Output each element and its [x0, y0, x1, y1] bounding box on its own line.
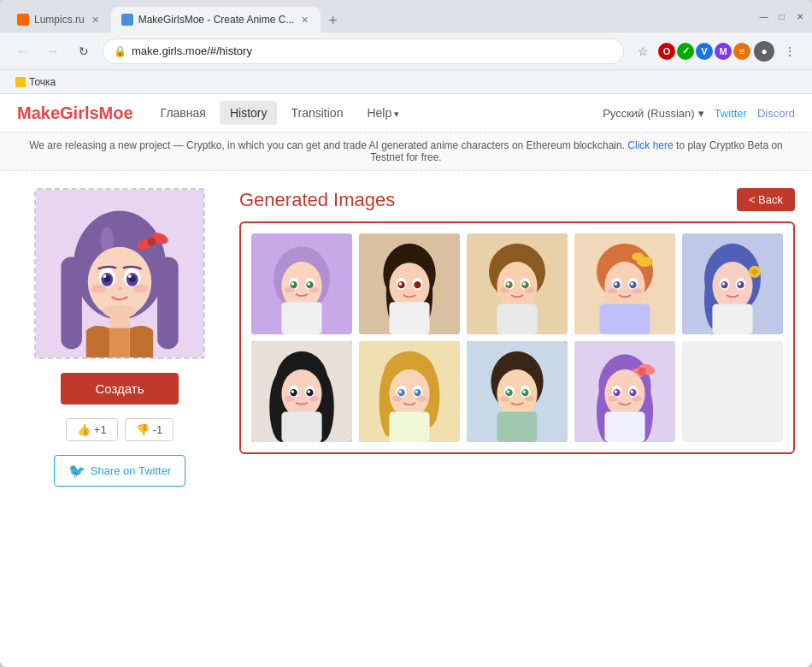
svg-point-17 — [91, 285, 107, 293]
site-nav-links: Главная History Transition Help — [150, 101, 603, 125]
ext-icon-1[interactable]: O — [658, 43, 675, 60]
tab-1-favicon — [17, 14, 29, 26]
star-button[interactable]: ☆ — [631, 39, 655, 63]
lock-icon: 🔒 — [114, 45, 127, 57]
character-6[interactable] — [251, 341, 352, 442]
svg-point-108 — [399, 390, 403, 393]
svg-rect-3 — [157, 257, 179, 349]
close-button[interactable]: ✕ — [794, 11, 805, 22]
new-tab-button[interactable]: + — [321, 9, 344, 32]
vote-down-button[interactable]: 👎 -1 — [125, 418, 174, 441]
tab-2-close[interactable]: ✕ — [299, 13, 310, 27]
bookmark-tochka[interactable]: Точка — [10, 74, 61, 90]
site-nav-right: Русский (Russian) ▾ Twitter Discord — [603, 107, 795, 120]
tab-2-favicon — [121, 14, 133, 26]
svg-point-18 — [133, 285, 149, 293]
svg-point-33 — [309, 287, 319, 293]
character-4[interactable] — [574, 233, 675, 334]
svg-point-138 — [630, 390, 633, 393]
ext-icon-4[interactable]: M — [715, 43, 732, 60]
tab-1-close[interactable]: ✕ — [90, 13, 101, 27]
tab-2[interactable]: MakeGirlsMoe - Create Anime C... ✕ — [111, 7, 321, 32]
main-area: Создать 👍 +1 👎 -1 🐦 Share on Twitter — [0, 171, 812, 667]
svg-point-121 — [522, 390, 526, 393]
svg-point-137 — [615, 390, 618, 393]
svg-point-32 — [285, 287, 295, 293]
site-logo[interactable]: MakeGirlsMoe — [17, 103, 133, 123]
svg-point-43 — [414, 281, 421, 288]
back-button[interactable]: ← — [10, 39, 34, 63]
back-button[interactable]: < Back — [737, 188, 795, 211]
character-8[interactable] — [467, 341, 568, 442]
svg-point-44 — [399, 282, 403, 286]
character-1[interactable] — [251, 233, 352, 334]
svg-rect-2 — [61, 257, 82, 349]
svg-point-16 — [128, 274, 132, 278]
svg-rect-112 — [389, 412, 429, 442]
address-bar[interactable]: 🔒 make.girls.moe/#/history — [103, 38, 624, 64]
svg-point-122 — [500, 396, 510, 402]
nav-history[interactable]: History — [220, 101, 278, 125]
svg-point-61 — [632, 252, 644, 260]
character-2[interactable] — [359, 233, 460, 334]
svg-rect-141 — [604, 412, 644, 442]
nav-transition[interactable]: Transition — [280, 101, 353, 125]
character-empty — [682, 341, 783, 442]
vote-up-button[interactable]: 👍 +1 — [66, 418, 118, 441]
nav-icons: ☆ O ✓ V M ≡ ● ⋮ — [631, 39, 802, 63]
character-9[interactable] — [574, 341, 675, 442]
banner-link[interactable]: Click here — [627, 139, 673, 151]
nav-home[interactable]: Главная — [150, 101, 216, 125]
character-5[interactable] — [682, 233, 783, 334]
bookmark-label: Точка — [29, 76, 56, 88]
tab-1[interactable]: Lumpics.ru ✕ — [7, 7, 111, 32]
right-panel: Generated Images < Back — [239, 188, 795, 650]
twitter-link[interactable]: Twitter — [715, 107, 747, 120]
svg-rect-71 — [600, 304, 650, 334]
generated-header: Generated Images < Back — [239, 188, 795, 211]
bookmark-favicon — [15, 77, 26, 87]
ext-icon-5[interactable]: ≡ — [733, 43, 750, 60]
svg-point-62 — [604, 262, 644, 310]
menu-button[interactable]: ⋮ — [778, 39, 802, 63]
minimize-button[interactable]: — — [758, 11, 769, 22]
generated-grid-container — [239, 221, 795, 454]
generated-title: Generated Images — [239, 189, 395, 211]
maximize-button[interactable]: □ — [776, 11, 787, 22]
svg-point-75 — [712, 262, 752, 310]
left-panel: Создать 👍 +1 👎 -1 🐦 Share on Twitter — [17, 188, 222, 650]
character-7[interactable] — [359, 341, 460, 442]
ext-icon-2[interactable]: ✓ — [677, 43, 694, 60]
twitter-share-label: Share on Twitter — [91, 464, 171, 477]
thumb-up-icon: 👍 — [77, 423, 91, 436]
browser-window: Lumpics.ru ✕ MakeGirlsMoe - Create Anime… — [0, 0, 812, 667]
nav-help[interactable]: Help — [356, 101, 409, 125]
user-avatar[interactable]: ● — [754, 41, 774, 62]
svg-point-53 — [507, 282, 510, 286]
svg-point-111 — [416, 396, 427, 402]
banner-text: We are releasing a new project — Cryptko… — [29, 139, 625, 151]
bookmarks-bar: Точка — [0, 70, 812, 94]
svg-point-132 — [604, 369, 644, 418]
language-label: Русский (Russian) — [603, 107, 694, 120]
svg-point-54 — [522, 282, 526, 286]
discord-link[interactable]: Discord — [757, 107, 795, 120]
create-button[interactable]: Создать — [61, 373, 178, 404]
forward-button[interactable]: → — [41, 39, 65, 63]
svg-point-55 — [500, 287, 510, 293]
site-banner: We are releasing a new project — Cryptko… — [0, 133, 812, 171]
svg-rect-22 — [109, 328, 130, 357]
svg-point-83 — [738, 282, 741, 286]
ext-icon-3[interactable]: V — [696, 43, 713, 60]
window-controls: — □ ✕ — [758, 11, 805, 22]
reload-button[interactable]: ↻ — [72, 39, 96, 63]
twitter-share-button[interactable]: 🐦 Share on Twitter — [54, 455, 185, 487]
anime-preview — [34, 188, 205, 359]
svg-point-131 — [638, 368, 645, 375]
svg-point-110 — [392, 396, 403, 402]
vote-row: 👍 +1 👎 -1 — [66, 418, 174, 441]
language-selector[interactable]: Русский (Russian) ▾ — [603, 107, 703, 120]
extension-icons: O ✓ V M ≡ — [658, 43, 750, 60]
svg-point-109 — [415, 390, 418, 393]
character-3[interactable] — [467, 233, 568, 334]
